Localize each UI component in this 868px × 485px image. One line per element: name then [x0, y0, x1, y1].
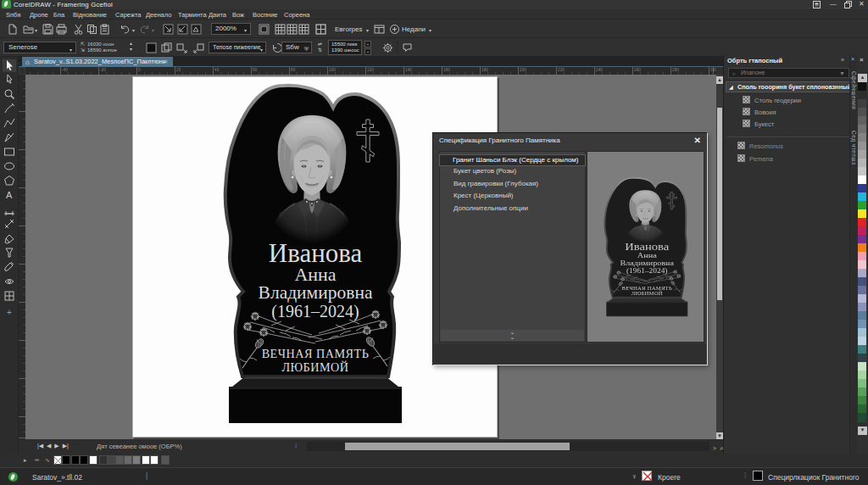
svg-text:A: A — [6, 190, 13, 200]
